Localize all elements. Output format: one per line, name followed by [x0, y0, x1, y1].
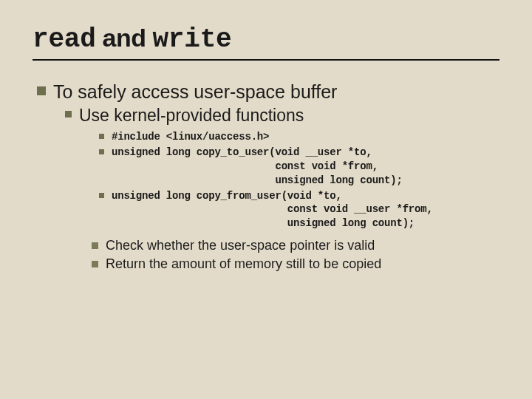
note-a-text: Check whether the user-space pointer is …: [106, 238, 375, 253]
note-a: Check whether the user-space pointer is …: [92, 238, 499, 253]
square-bullet-icon: [92, 242, 98, 249]
slide: read and write To safely access user-spa…: [0, 0, 532, 399]
note-b-text: Return the amount of memory still to be …: [106, 256, 381, 272]
square-bullet-icon: [99, 134, 104, 139]
square-bullet-icon: [99, 149, 104, 154]
code-copy-to-user: unsigned long copy_to_user(void __user *…: [112, 146, 403, 188]
bullet-level1: To safely access user-space buffer: [37, 81, 499, 103]
bullet-level2: Use kernel-provided functions: [65, 106, 499, 126]
square-bullet-icon: [65, 111, 72, 117]
square-bullet-icon: [92, 261, 98, 267]
title-and: and: [96, 24, 153, 52]
code-line-3: unsigned long copy_from_user(void *to, c…: [99, 189, 499, 231]
code-copy-from-user: unsigned long copy_from_user(void *to, c…: [112, 189, 433, 231]
title-code-write: write: [152, 24, 231, 55]
slide-title: read and write: [33, 24, 499, 55]
square-bullet-icon: [37, 86, 46, 95]
l2-text: Use kernel-provided functions: [79, 106, 304, 126]
title-rule: [33, 59, 499, 61]
square-bullet-icon: [99, 193, 104, 198]
l1-text: To safely access user-space buffer: [53, 81, 337, 103]
note-b: Return the amount of memory still to be …: [92, 256, 499, 272]
title-code-read: read: [33, 24, 96, 55]
code-include: #include <linux/uaccess.h>: [112, 130, 269, 144]
code-line-1: #include <linux/uaccess.h>: [99, 130, 499, 144]
code-line-2: unsigned long copy_to_user(void __user *…: [99, 146, 499, 188]
